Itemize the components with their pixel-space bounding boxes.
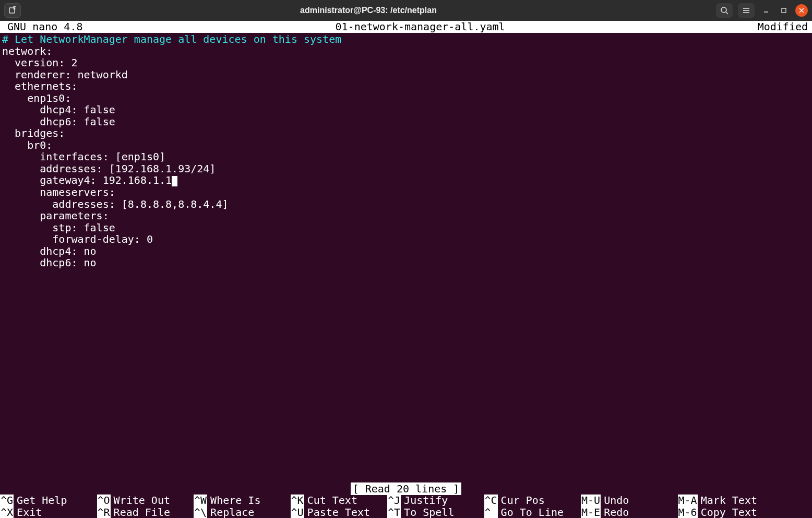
shortcut-key: M-A — [678, 495, 698, 507]
shortcut-cell: ^JJustify — [387, 495, 484, 507]
shortcut-cell: ^_Go To Line — [484, 507, 581, 519]
shortcut-cell: M-ERedo — [581, 507, 678, 519]
shortcut-cell: ^WWhere Is — [194, 495, 291, 507]
shortcut-label: Copy Text — [701, 507, 757, 519]
svg-point-5 — [721, 7, 726, 13]
nano-modified-label: Modified — [758, 21, 812, 33]
shortcut-label: Cur Pos — [501, 495, 545, 507]
shortcut-key: ^W — [194, 495, 207, 507]
shortcut-key: ^_ — [484, 507, 498, 519]
shortcut-label: Go To Line — [501, 507, 564, 519]
new-tab-button[interactable] — [4, 3, 21, 18]
file-body-before-cursor: network: version: 2 renderer: networkd e… — [2, 45, 216, 175]
svg-rect-11 — [782, 8, 786, 13]
new-tab-icon — [8, 6, 17, 15]
shortcut-cell: ^CCur Pos — [484, 495, 581, 507]
shortcut-key: M-6 — [678, 507, 698, 519]
nano-app-label: GNU nano 4.8 — [0, 21, 83, 33]
shortcut-key: ^O — [97, 495, 111, 507]
shortcut-label: Exit — [17, 507, 42, 519]
shortcut-key: M-U — [581, 495, 601, 507]
search-button[interactable] — [716, 3, 733, 18]
shortcut-label: Mark Text — [701, 495, 757, 507]
shortcut-key: ^U — [291, 507, 304, 519]
shortcut-cell: ^XExit — [0, 507, 97, 519]
shortcut-label: Redo — [604, 507, 629, 519]
shortcut-cell: M-6Copy Text — [678, 507, 775, 519]
maximize-button[interactable] — [778, 4, 790, 17]
nano-shortcuts: ^GGet Help^OWrite Out^WWhere Is^KCut Tex… — [0, 495, 812, 518]
maximize-icon — [781, 7, 787, 14]
shortcut-cell: ^UPaste Text — [291, 507, 388, 519]
shortcut-row: ^GGet Help^OWrite Out^WWhere Is^KCut Tex… — [0, 495, 812, 507]
shortcut-label: Write Out — [114, 495, 170, 507]
nano-filename: 01-network-manager-all.yaml — [83, 21, 758, 33]
search-icon — [720, 6, 729, 15]
shortcut-key: ^\ — [194, 507, 207, 519]
shortcut-label: To Spell — [404, 507, 454, 519]
shortcut-key: M-E — [581, 507, 601, 519]
text-cursor — [172, 176, 177, 186]
svg-line-6 — [726, 12, 728, 14]
shortcut-key: ^R — [97, 507, 111, 519]
minimize-icon — [763, 7, 769, 14]
shortcut-key: ^G — [0, 495, 14, 507]
minimize-button[interactable] — [760, 4, 772, 17]
shortcut-cell: ^GGet Help — [0, 495, 97, 507]
shortcut-label: Replace — [210, 507, 254, 519]
shortcut-cell: ^\Replace — [194, 507, 291, 519]
shortcut-key: ^X — [0, 507, 14, 519]
shortcut-cell: ^KCut Text — [291, 495, 388, 507]
shortcut-label: Paste Text — [307, 507, 370, 519]
shortcut-label: Justify — [404, 495, 448, 507]
file-body-after-cursor: nameservers: addresses: [8.8.8.8,8.8.4.4… — [2, 186, 228, 269]
comment-line: # Let NetworkManager manage all devices … — [2, 33, 341, 45]
nano-status-bar: [ Read 20 lines ] — [0, 483, 812, 495]
nano-header-bar: GNU nano 4.8 01-network-manager-all.yaml… — [0, 21, 812, 33]
shortcut-key: ^K — [291, 495, 304, 507]
shortcut-key: ^C — [484, 495, 498, 507]
shortcut-key: ^T — [387, 507, 401, 519]
shortcut-cell: ^OWrite Out — [97, 495, 194, 507]
hamburger-icon — [742, 6, 750, 15]
shortcut-label: Undo — [604, 495, 629, 507]
window-title: administrator@PC-93: /etc/netplan — [21, 6, 716, 15]
shortcut-cell: ^TTo Spell — [387, 507, 484, 519]
shortcut-row: ^XExit^RRead File^\Replace^UPaste Text^T… — [0, 507, 812, 519]
close-button[interactable] — [795, 4, 808, 17]
shortcut-cell: ^RRead File — [97, 507, 194, 519]
shortcut-key: ^J — [387, 495, 401, 507]
menu-button[interactable] — [738, 3, 755, 18]
cursor-line: gateway4: 192.168.1.1 — [2, 174, 172, 186]
editor-area[interactable]: # Let NetworkManager manage all devices … — [0, 33, 812, 483]
window-titlebar: administrator@PC-93: /etc/netplan — [0, 0, 812, 21]
nano-status-message: [ Read 20 lines ] — [351, 482, 462, 495]
shortcut-label: Where Is — [210, 495, 260, 507]
shortcut-label: Get Help — [17, 495, 67, 507]
shortcut-cell: M-AMark Text — [678, 495, 775, 507]
close-icon — [798, 7, 805, 14]
shortcut-label: Read File — [114, 507, 170, 519]
shortcut-cell: M-UUndo — [581, 495, 678, 507]
shortcut-label: Cut Text — [307, 495, 357, 507]
